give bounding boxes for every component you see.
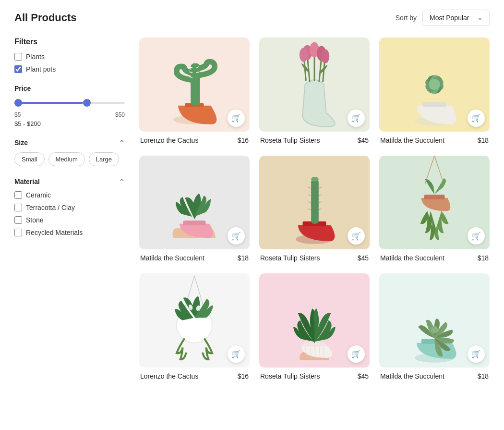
size-buttons: Small Medium Large [14,152,125,166]
terracotta-label: Terracotta / Clay [26,204,75,211]
filter-plant-pots[interactable]: Plant pots [14,65,125,73]
add-to-cart-button-3[interactable]: 🛒 [468,110,485,127]
add-to-cart-button-1[interactable]: 🛒 [228,110,245,127]
product-price-6: $18 [478,254,489,262]
material-section: Material ⌃ Ceramic Terracotta / Clay Sto… [14,178,125,236]
price-fill [14,102,83,104]
stone-checkbox[interactable] [14,216,22,224]
product-name-8: Roseta Tulip Sisters [260,372,320,380]
plant-pots-checkbox[interactable] [14,65,22,73]
chevron-down-icon: ⌄ [478,14,482,21]
product-card-3: 🛒 Matilda the Succulent $18 [379,37,490,146]
svg-line-33 [308,195,311,196]
product-image-1: 🛒 [139,37,250,132]
svg-line-36 [319,187,322,188]
svg-point-16 [300,48,308,62]
filter-recycled[interactable]: Recycled Materials [14,229,125,236]
filter-plants[interactable]: Plants [14,53,125,61]
add-to-cart-button-6[interactable]: 🛒 [468,227,485,245]
filters-title: Filters [14,37,125,46]
filter-terracotta[interactable]: Terracotta / Clay [14,204,125,211]
add-to-cart-button-9[interactable]: 🛒 [468,345,485,363]
plants-checkbox[interactable] [14,53,22,61]
product-image-2: 🛒 [259,37,370,132]
svg-rect-19 [423,102,446,107]
product-name-9: Matilda the Succulent [380,372,444,380]
recycled-checkbox[interactable] [14,229,22,236]
size-title: Size [14,139,28,147]
product-info-1: Lorenzo the Cactus $16 [139,132,250,146]
product-name-3: Matilda the Succulent [380,136,444,144]
svg-line-5 [189,77,192,77]
filter-ceramic[interactable]: Ceramic [14,191,125,199]
add-to-cart-button-2[interactable]: 🛒 [348,110,365,127]
material-title: Material [14,178,40,185]
product-info-3: Matilda the Succulent $18 [379,132,490,146]
material-header[interactable]: Material ⌃ [14,178,125,185]
add-to-cart-button-7[interactable]: 🛒 [228,345,245,363]
product-name-4: Matilda the Succulent [140,254,204,262]
price-min-label: $5 [14,111,21,118]
product-card-1: 🛒 Lorenzo the Cactus $16 [139,37,250,146]
add-to-cart-button-8[interactable]: 🛒 [348,345,365,363]
products-grid: 🛒 Lorenzo the Cactus $16 [139,37,490,382]
ceramic-checkbox[interactable] [14,191,22,199]
product-card-9: 🛒 Matilda the Succulent $18 [379,273,490,382]
plant-pots-label: Plant pots [26,65,56,73]
svg-point-40 [311,176,319,181]
product-name-7: Lorenzo the Cactus [140,372,198,380]
product-price-3: $18 [478,136,489,144]
svg-line-35 [308,209,311,209]
product-info-2: Roseta Tulip Sisters $45 [259,132,370,146]
size-large-button[interactable]: Large [89,152,119,166]
svg-line-32 [308,187,311,188]
svg-rect-43 [424,195,444,199]
product-card-2: 🛒 Roseta Tulip Sisters $45 [259,37,370,146]
product-image-5: 🛒 [259,156,370,250]
svg-point-27 [429,79,440,90]
terracotta-checkbox[interactable] [14,204,22,211]
product-info-6: Matilda the Succulent $18 [379,249,490,264]
product-card-7: 🛒 Lorenzo the Cactus $16 [139,273,250,382]
product-price-1: $16 [238,136,249,144]
sort-area: Sort by Most Popular ⌄ [396,10,490,26]
product-image-7: 🛒 [139,273,250,368]
price-title: Price [14,85,125,92]
product-name-5: Roseta Tulip Sisters [260,254,320,262]
size-medium-button[interactable]: Medium [48,152,85,166]
stone-label: Stone [26,216,44,224]
price-max-label: $50 [115,111,125,118]
add-to-cart-button-5[interactable]: 🛒 [348,227,365,245]
product-card-8: 🛒 Roseta Tulip Sisters $45 [259,273,370,382]
product-price-7: $16 [238,372,249,380]
price-thumb-right[interactable] [83,99,91,107]
sort-selected-value: Most Popular [430,14,469,22]
add-to-cart-button-4[interactable]: 🛒 [228,227,245,245]
svg-line-34 [308,201,311,202]
ceramic-label: Ceramic [26,191,51,199]
material-collapse-icon: ⌃ [119,178,125,185]
filter-stone[interactable]: Stone [14,216,125,224]
product-info-5: Roseta Tulip Sisters $45 [259,249,370,264]
product-image-6: 🛒 [379,156,490,250]
price-range-slider[interactable] [14,98,125,108]
product-card-5: 🛒 Roseta Tulip Sisters $45 [259,156,370,264]
svg-rect-31 [311,179,319,223]
product-card-6: 🛒 Matilda the Succulent $18 [379,156,490,264]
svg-line-39 [319,209,322,209]
sort-select[interactable]: Most Popular ⌄ [422,10,490,26]
size-header[interactable]: Size ⌃ [14,139,125,147]
product-price-2: $45 [358,136,369,144]
svg-line-38 [319,201,322,202]
svg-rect-28 [183,220,206,225]
size-collapse-icon: ⌃ [119,139,125,147]
page-title: All Products [14,12,77,24]
product-image-8: 🛒 [259,273,370,368]
price-thumb-left[interactable] [14,99,22,107]
svg-line-37 [319,195,322,196]
price-labels: $5 $50 [14,111,125,118]
product-price-4: $18 [238,254,249,262]
size-small-button[interactable]: Small [14,152,45,166]
plants-label: Plants [26,53,45,61]
product-name-2: Roseta Tulip Sisters [260,136,320,144]
